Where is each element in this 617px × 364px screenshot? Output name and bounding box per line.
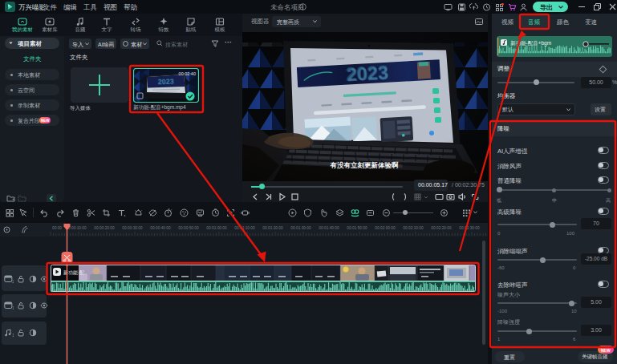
svg-text:00:02:10:00: 00:02:10:00: [403, 226, 424, 230]
svg-text:00:02:00:00: 00:02:00:00: [375, 226, 396, 230]
svg-text:00:01:10:00: 00:01:10:00: [234, 226, 255, 230]
svg-text:00:02:30:00: 00:02:30:00: [459, 226, 480, 230]
svg-text:00:01:20:00: 00:01:20:00: [262, 226, 283, 230]
svg-text:00:00:20:00: 00:00:20:00: [94, 226, 115, 230]
svg-text:00:01:30:00: 00:01:30:00: [290, 226, 311, 230]
svg-text:2023: 2023: [157, 77, 173, 86]
svg-text:00:00:40:00: 00:00:40:00: [150, 226, 171, 230]
svg-text:00:01:50:00: 00:01:50:00: [347, 226, 367, 230]
svg-text:00:01:40:00: 00:01:40:00: [319, 226, 339, 230]
svg-text:新功能-配音+bgm: 新功能-配音+bgm: [510, 40, 551, 47]
svg-text:00:00:50:00: 00:00:50:00: [178, 226, 199, 230]
svg-text:1: 1: [12, 334, 14, 337]
svg-text:2: 2: [12, 280, 14, 283]
svg-text:00:02:40: 00:02:40: [179, 71, 196, 76]
svg-text:00:01:00:00: 00:01:00:00: [206, 226, 227, 230]
svg-text:00:00: 00:00: [52, 226, 62, 230]
svg-text:1: 1: [12, 306, 14, 309]
svg-text:新功能-配..: 新功能-配..: [63, 269, 87, 276]
svg-text:有没有立刻更新体验啊: 有没有立刻更新体验啊: [330, 161, 400, 169]
svg-text:00:02:20:00: 00:02:20:00: [431, 226, 452, 230]
svg-text:00:00:30:00: 00:00:30:00: [122, 226, 143, 230]
svg-text:00:00:10:00: 00:00:10:00: [66, 226, 87, 230]
